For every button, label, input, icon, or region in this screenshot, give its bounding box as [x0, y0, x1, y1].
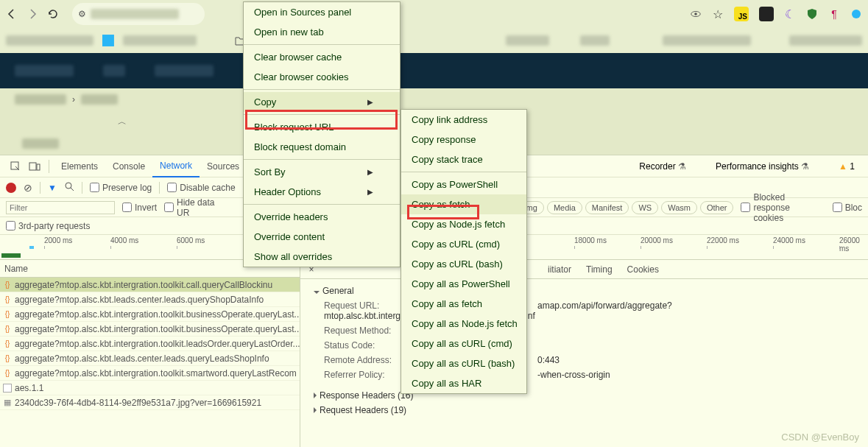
tab-console[interactable]: Console	[105, 155, 152, 177]
chevron-right-icon: ▶	[367, 188, 373, 196]
warning-badge[interactable]: ▲ 1	[839, 161, 855, 172]
menu-block-domain[interactable]: Block request domain	[244, 137, 400, 157]
request-row[interactable]: {}aggregate?mtop.alsc.kbt.intergration.t…	[0, 307, 300, 322]
menu-copy-powershell[interactable]: Copy as PowerShell	[401, 175, 526, 194]
menu-copy-all-har[interactable]: Copy all as HAR	[401, 373, 526, 393]
menu-copy-all-powershell[interactable]: Copy all as PowerShell	[401, 274, 526, 294]
request-name: aggregate?mtop.alsc.kbt.intergration.too…	[15, 309, 300, 320]
chevron-up-icon[interactable]: ︿	[118, 116, 127, 128]
reload-icon[interactable]	[47, 8, 59, 20]
clear-icon[interactable]: ⊘	[24, 182, 32, 194]
script-file-icon: {}	[3, 295, 12, 304]
pill-other[interactable]: Other	[700, 201, 734, 214]
detail-tab-timing[interactable]: Timing	[579, 264, 620, 275]
invert-checkbox[interactable]: Invert	[122, 203, 157, 213]
menu-copy[interactable]: Copy▶	[244, 92, 400, 112]
third-party-checkbox[interactable]: 3rd-party requests	[6, 221, 90, 231]
filter-input[interactable]	[6, 201, 115, 214]
kv-remote-address: Remote Address:0:443	[314, 353, 855, 367]
shield-icon[interactable]	[806, 8, 818, 20]
tab-sources[interactable]: Sources	[200, 155, 247, 177]
request-name: aggregate?mtop.alsc.kbt.intergration.too…	[15, 280, 272, 290]
search-icon[interactable]	[64, 181, 74, 194]
svg-point-2	[852, 10, 861, 18]
preserve-log-checkbox[interactable]: Preserve log	[90, 183, 152, 193]
crumb-blur	[15, 94, 66, 105]
tab-network[interactable]: Network	[152, 155, 200, 177]
menu-override-headers[interactable]: Override headers	[244, 207, 400, 227]
filter-icon[interactable]: ▼	[48, 183, 57, 193]
svg-rect-6	[37, 164, 40, 170]
detail-tab-initiator[interactable]: iitiator	[540, 264, 579, 275]
pill-manifest[interactable]: Manifest	[585, 201, 629, 214]
flask-icon: ⚗	[801, 161, 809, 172]
request-detail: × iitiator Timing Cookies General Reques…	[300, 260, 868, 447]
menu-copy-nodejs-fetch[interactable]: Copy as Node.js fetch	[401, 214, 526, 234]
menu-copy-all-curl-cmd[interactable]: Copy all as cURL (cmd)	[401, 334, 526, 353]
pill-media[interactable]: Media	[547, 201, 582, 214]
menu-copy-curl-bash[interactable]: Copy as cURL (bash)	[401, 254, 526, 274]
menu-copy-fetch[interactable]: Copy as fetch	[401, 194, 526, 214]
tick: 18000 ms	[574, 236, 607, 244]
menu-copy-all-curl-bash[interactable]: Copy all as cURL (bash)	[401, 353, 526, 373]
ext-js-icon[interactable]: JS	[734, 7, 749, 21]
request-row[interactable]: {}aggregate?mtop.alsc.kbt.intergration.t…	[0, 278, 300, 292]
pill-ws[interactable]: WS	[632, 201, 658, 214]
script-file-icon: {}	[3, 281, 12, 289]
menu-copy-response[interactable]: Copy response	[401, 130, 526, 149]
script-file-icon: {}	[3, 354, 12, 363]
address-bar[interactable]: ⚙	[72, 3, 205, 25]
menu-copy-stack[interactable]: Copy stack trace	[401, 149, 526, 169]
section-request-headers[interactable]: Request Headers (19)	[314, 403, 855, 418]
hide-dataurl-checkbox[interactable]: Hide data UR	[164, 197, 216, 218]
request-row[interactable]: {}aggregate?mtop.alsc.kbt.leads.center.l…	[0, 351, 300, 366]
star-icon[interactable]: ☆	[712, 8, 724, 20]
disable-cache-checkbox[interactable]: Disable cache	[167, 183, 235, 193]
menu-override-content[interactable]: Override content	[244, 227, 400, 247]
record-button[interactable]	[6, 183, 16, 193]
site-tune-icon[interactable]: ⚙	[78, 9, 86, 19]
moon-icon[interactable]: ☾	[784, 8, 796, 20]
tab-blur	[663, 35, 750, 46]
menu-copy-all-fetch[interactable]: Copy all as fetch	[401, 294, 526, 314]
menu-copy-link[interactable]: Copy link address	[401, 110, 526, 130]
eye-icon[interactable]	[690, 8, 702, 20]
tick: 26000 ms	[839, 236, 868, 253]
menu-open-sources[interactable]: Open in Sources panel	[244, 2, 400, 22]
menu-block-url[interactable]: Block request URL	[244, 117, 400, 137]
blocked-checkbox[interactable]: Bloc	[833, 192, 862, 223]
menu-open-new-tab[interactable]: Open in new tab	[244, 22, 400, 42]
svg-rect-5	[29, 163, 36, 170]
menu-copy-all-nodejs-fetch[interactable]: Copy all as Node.js fetch	[401, 314, 526, 334]
menu-show-overrides[interactable]: Show all overrides	[244, 247, 400, 267]
menu-copy-curl-cmd[interactable]: Copy as cURL (cmd)	[401, 234, 526, 254]
tab-perf-insights[interactable]: Performance insights ⚗	[716, 161, 809, 172]
request-name: aggregate?mtop.alsc.kbt.intergration.too…	[15, 324, 300, 334]
ext-dark-icon[interactable]	[759, 7, 774, 21]
inspect-icon[interactable]	[6, 157, 25, 176]
section-general[interactable]: General	[314, 284, 855, 298]
menu-clear-cache[interactable]: Clear browser cache	[244, 47, 400, 67]
request-row[interactable]: {}aggregate?mtop.alsc.kbt.intergration.t…	[0, 322, 300, 337]
request-row[interactable]: {}aggregate?mtop.alsc.kbt.intergration.t…	[0, 337, 300, 351]
back-icon[interactable]	[6, 8, 18, 20]
triangle-down-icon	[314, 291, 320, 294]
request-row[interactable]: ▦2340dc39-76f4-4db4-8114-9e2ff9e531a7.jp…	[0, 395, 300, 410]
request-row[interactable]: {}aggregate?mtop.alsc.kbt.intergration.t…	[0, 366, 300, 381]
globe-icon[interactable]	[850, 8, 862, 20]
blocked-cookies-checkbox[interactable]: Blocked response cookies	[741, 192, 822, 223]
tab-recorder[interactable]: Recorder ⚗	[639, 161, 686, 172]
pilcrow-icon[interactable]: ¶	[828, 8, 840, 20]
tab-elements[interactable]: Elements	[54, 155, 105, 177]
section-response-headers[interactable]: Response Headers (16)	[314, 388, 855, 403]
pill-wasm[interactable]: Wasm	[661, 201, 697, 214]
menu-clear-cookies[interactable]: Clear browser cookies	[244, 67, 400, 87]
menu-sort-by[interactable]: Sort By▶	[244, 162, 400, 182]
request-row[interactable]: aes.1.1	[0, 381, 300, 395]
device-icon[interactable]	[25, 157, 44, 176]
site-nav-blur	[155, 65, 214, 77]
forward-icon[interactable]	[27, 8, 38, 20]
request-row[interactable]: {}aggregate?mtop.alsc.kbt.leads.center.l…	[0, 292, 300, 307]
detail-tab-cookies[interactable]: Cookies	[620, 264, 666, 275]
menu-header-options[interactable]: Header Options▶	[244, 182, 400, 202]
